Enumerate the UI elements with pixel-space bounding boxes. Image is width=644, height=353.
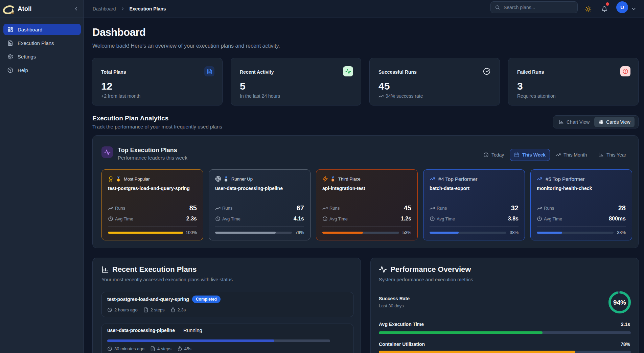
svg-text:94%: 94%	[613, 299, 626, 306]
